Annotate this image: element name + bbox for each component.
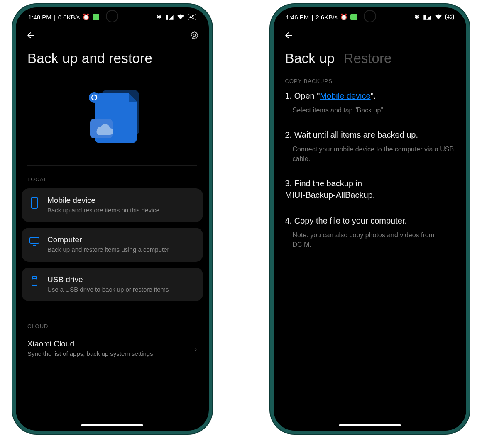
phone-right: 1:46 PM | 2.6KB/s ⏰ ✱ ▮◢ 46 Back up Rest…: [270, 4, 470, 434]
option-xiaomi-cloud[interactable]: Xiaomi Cloud Sync the list of apps, back…: [16, 335, 209, 358]
status-net: 0.0KB/s: [58, 14, 80, 21]
tab-backup[interactable]: Back up: [285, 51, 335, 66]
svg-rect-9: [33, 276, 36, 279]
card-subtitle: Use a USB drive to back up or restore it…: [47, 285, 196, 294]
monitor-icon: [29, 235, 40, 246]
svg-rect-8: [32, 278, 37, 286]
cloud-subtitle: Sync the list of apps, back up system se…: [27, 350, 194, 358]
step-sub: Select items and tap "Back up".: [285, 106, 455, 115]
tabs: Back up Restore: [274, 47, 467, 75]
step-4: 4. Copy the file to your computer. Note:…: [285, 215, 455, 249]
step-text: 4. Copy the file to your computer.: [285, 215, 455, 226]
svg-point-3: [89, 92, 100, 103]
section-copy-backups-label: COPY BACKUPS: [274, 75, 467, 90]
camera-notch: [364, 10, 376, 22]
wifi-icon: [435, 14, 442, 20]
step-1: 1. Open "Mobile device". Select items an…: [285, 90, 455, 115]
page-title: Back up and restore: [16, 47, 209, 75]
signal-icon: ▮◢: [423, 13, 431, 21]
step-3: 3. Find the backup in MIUI-Backup-AllBac…: [285, 178, 455, 201]
card-subtitle: Back up and restore items using a comput…: [47, 246, 196, 254]
bluetooth-icon: ✱: [414, 13, 420, 21]
app-header: [16, 23, 209, 47]
option-usb-drive[interactable]: USB drive Use a USB drive to back up or …: [22, 268, 203, 301]
step-2: 2. Wait until all items are backed up. C…: [285, 129, 455, 163]
alarm-icon: ⏰: [340, 13, 348, 21]
status-time: 1:46 PM: [286, 14, 309, 21]
tab-restore[interactable]: Restore: [344, 51, 392, 66]
svg-rect-6: [30, 237, 39, 243]
step-text: 3. Find the backup in MIUI-Backup-AllBac…: [285, 178, 455, 201]
card-subtitle: Back up and restore items on this device: [47, 206, 196, 214]
option-mobile-device[interactable]: Mobile device Back up and restore items …: [22, 188, 203, 222]
svg-rect-5: [31, 197, 38, 208]
back-arrow-icon[interactable]: [284, 30, 294, 41]
app-indicator-icon: [350, 14, 357, 20]
wifi-icon: [177, 14, 184, 20]
home-indicator[interactable]: [81, 424, 143, 426]
card-title: USB drive: [47, 275, 196, 284]
hero-illustration: [16, 75, 209, 158]
step-sub: Connect your mobile device to the comput…: [285, 145, 455, 163]
step-text: 2. Wait until all items are backed up.: [285, 129, 455, 141]
section-local-label: LOCAL: [16, 166, 209, 188]
mobile-device-link[interactable]: Mobile device: [320, 91, 370, 100]
status-net: 2.6KB/s: [316, 14, 338, 21]
back-arrow-icon[interactable]: [26, 30, 37, 41]
status-time: 1:48 PM: [28, 14, 51, 21]
svg-point-0: [193, 34, 196, 37]
settings-gear-icon[interactable]: [190, 31, 199, 40]
section-cloud-label: CLOUD: [16, 312, 209, 335]
chevron-right-icon: ›: [194, 344, 197, 353]
bluetooth-icon: ✱: [157, 13, 162, 21]
phone-icon: [29, 196, 40, 209]
option-computer[interactable]: Computer Back up and restore items using…: [22, 228, 203, 261]
cloud-title: Xiaomi Cloud: [27, 339, 194, 348]
card-title: Mobile device: [47, 196, 196, 205]
home-indicator[interactable]: [339, 424, 401, 426]
card-title: Computer: [47, 235, 196, 244]
usb-drive-icon: [29, 275, 40, 287]
alarm-icon: ⏰: [82, 13, 90, 21]
signal-icon: ▮◢: [165, 13, 174, 21]
step-sub: Note: you can also copy photos and video…: [285, 231, 455, 249]
app-indicator-icon: [93, 14, 99, 20]
phone-left: 1:48 PM | 0.0KB/s ⏰ ✱ ▮◢ 45 Back up and …: [12, 4, 212, 434]
step-text: 1. Open "Mobile device".: [285, 90, 455, 102]
camera-notch: [106, 10, 118, 22]
app-header: [274, 23, 467, 47]
battery-icon: 45: [188, 14, 196, 20]
battery-icon: 46: [445, 14, 454, 20]
